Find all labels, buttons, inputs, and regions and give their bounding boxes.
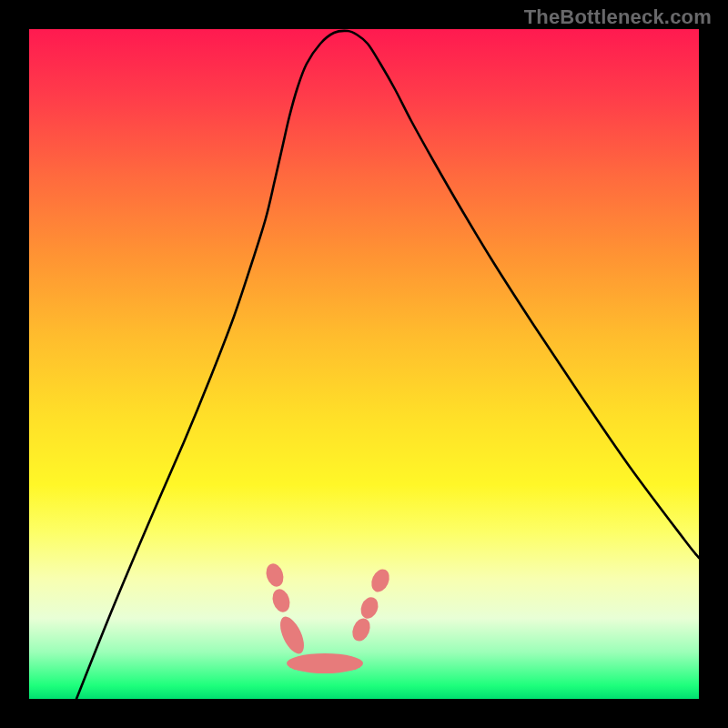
bottleneck-curve bbox=[76, 31, 699, 699]
attribution-text: TheBottleneck.com bbox=[524, 5, 712, 29]
pt-left-lower bbox=[269, 587, 292, 614]
pt-right-upper bbox=[368, 566, 392, 594]
markers-group bbox=[263, 561, 392, 673]
pt-right-mid bbox=[358, 595, 381, 622]
pt-right-lower bbox=[349, 616, 373, 644]
chart-svg bbox=[29, 29, 699, 699]
stage: TheBottleneck.com bbox=[0, 0, 728, 728]
gradient-panel bbox=[29, 29, 699, 699]
pt-left-upper bbox=[263, 561, 286, 589]
bar-bottom bbox=[287, 653, 363, 673]
cap-left bbox=[276, 613, 309, 657]
